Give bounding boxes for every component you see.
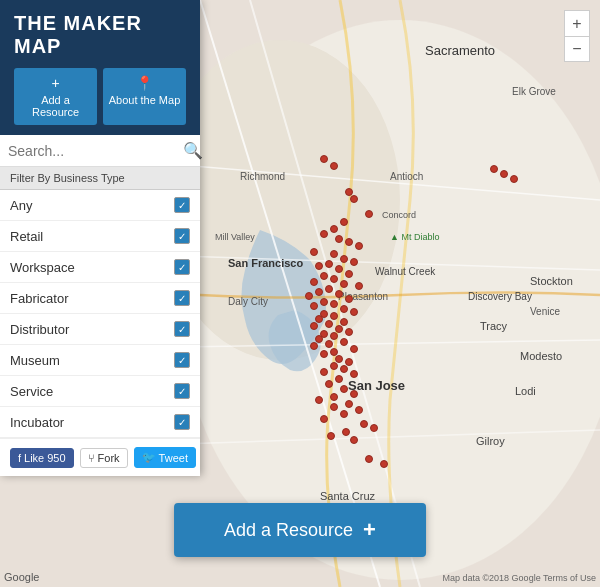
map-dot [342,428,350,436]
github-icon: ⑂ [88,452,95,464]
filter-items: Any ✓ Retail ✓ Workspace ✓ Fabricator ✓ … [0,190,200,438]
filter-item-label: Museum [10,353,60,368]
map-dot [345,328,353,336]
facebook-icon: f [18,452,21,464]
social-bar: f Like 950 ⑂ Fork 🐦 Tweet [0,438,200,476]
map-dot [355,242,363,250]
map-dot [350,345,358,353]
map-dot [325,380,333,388]
map-dot [325,285,333,293]
map-dot [380,460,388,468]
map-dot [330,403,338,411]
svg-text:Richmond: Richmond [240,171,285,182]
map-dot [310,278,318,286]
map-dot [360,420,368,428]
add-resource-header-label: Add a Resource [18,94,93,118]
plus-icon: + [51,75,59,91]
filter-item[interactable]: Retail ✓ [0,221,200,252]
header: THE MAKER MAP + Add a Resource 📍 About t… [0,0,200,135]
map-dot [370,424,378,432]
add-resource-bottom-button[interactable]: Add a Resource + [174,503,426,557]
svg-text:Tracy: Tracy [480,320,508,332]
map-dot [330,312,338,320]
map-dot [340,385,348,393]
logo-bold: MAKER [64,12,142,34]
map-dot [325,320,333,328]
facebook-like-button[interactable]: f Like 950 [10,448,74,468]
map-dot [330,393,338,401]
map-dot [320,230,328,238]
map-dot [310,248,318,256]
filter-item[interactable]: Museum ✓ [0,345,200,376]
zoom-out-button[interactable]: − [564,36,590,62]
filter-item-label: Incubator [10,415,64,430]
map-dot [350,308,358,316]
google-attribution: Google [4,571,39,583]
filter-label: Filter By Business Type [0,167,200,190]
filter-item[interactable]: Workspace ✓ [0,252,200,283]
add-resource-bottom-label: Add a Resource [224,520,353,541]
map-dot [510,175,518,183]
location-icon: 📍 [136,75,153,91]
map-dot [320,350,328,358]
filter-item[interactable]: Service ✓ [0,376,200,407]
svg-text:Modesto: Modesto [520,350,562,362]
filter-item[interactable]: Incubator ✓ [0,407,200,438]
map-dot [340,305,348,313]
tweet-label: Tweet [159,452,188,464]
about-map-button[interactable]: 📍 About the Map [103,68,186,125]
add-resource-header-button[interactable]: + Add a Resource [14,68,97,125]
map-dot [310,302,318,310]
filter-item[interactable]: Fabricator ✓ [0,283,200,314]
map-dot [345,270,353,278]
search-icon[interactable]: 🔍 [183,141,203,160]
github-fork-button[interactable]: ⑂ Fork [80,448,128,468]
svg-text:San Francisco: San Francisco [228,257,303,269]
map-dot [350,436,358,444]
map-dot [355,282,363,290]
map-dot [335,265,343,273]
filter-item-label: Service [10,384,53,399]
map-dot [305,292,313,300]
filter-checkbox: ✓ [174,414,190,430]
map-dot [340,255,348,263]
svg-text:Elk Grove: Elk Grove [512,86,556,97]
svg-text:Venice: Venice [530,306,560,317]
map-dot [345,238,353,246]
map-dot [320,272,328,280]
svg-text:Lodi: Lodi [515,385,536,397]
map-dot [500,170,508,178]
filter-item[interactable]: Any ✓ [0,190,200,221]
map-dot [320,298,328,306]
twitter-tweet-button[interactable]: 🐦 Tweet [134,447,196,468]
filter-item-label: Distributor [10,322,69,337]
about-map-label: About the Map [109,94,181,106]
filter-item[interactable]: Distributor ✓ [0,314,200,345]
map-dot [340,280,348,288]
map-dot [315,288,323,296]
zoom-in-button[interactable]: + [564,10,590,36]
logo: THE MAKER MAP [14,12,186,58]
svg-text:Concord: Concord [382,210,416,220]
map-data-attribution: Map data ©2018 Google Terms of Use [442,573,596,583]
svg-text:Walnut Creek: Walnut Creek [375,266,436,277]
map-dot [310,342,318,350]
map-dot [355,406,363,414]
search-input[interactable] [8,143,183,159]
like-label: Like [24,452,44,464]
map-dot [310,322,318,330]
map-dot [320,155,328,163]
header-buttons: + Add a Resource 📍 About the Map [14,68,186,125]
logo-suffix: MAP [14,35,61,57]
filter-checkbox: ✓ [174,352,190,368]
map-dot [327,432,335,440]
map-dot [345,400,353,408]
map-dot [350,258,358,266]
map-dot [335,290,343,298]
map-dot [335,375,343,383]
svg-text:Sacramento: Sacramento [425,43,495,58]
twitter-icon: 🐦 [142,451,156,464]
map-dot [350,390,358,398]
add-icon: + [363,517,376,543]
filter-checkbox: ✓ [174,383,190,399]
